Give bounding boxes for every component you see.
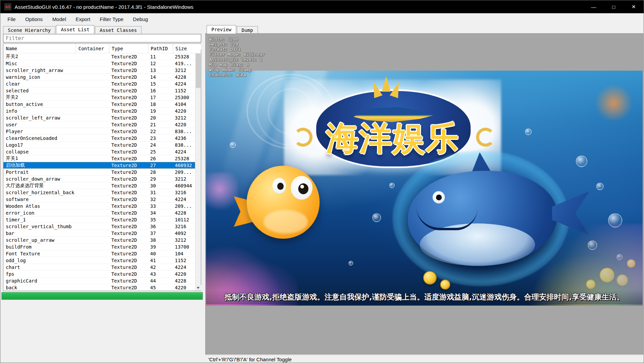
menu-export[interactable]: Export: [71, 13, 95, 25]
table-row[interactable]: scroller_left_arrawTexture2D203212: [3, 114, 195, 121]
table-row[interactable]: chartTexture2D424224: [3, 264, 195, 271]
column-header-pathid[interactable]: PathID: [148, 44, 173, 53]
table-scrollbar[interactable]: [195, 44, 201, 291]
cell-container: [76, 108, 109, 114]
menu-debug[interactable]: Debug: [128, 13, 153, 25]
cell-container: [76, 74, 109, 80]
cell-type: Texture2D: [109, 60, 148, 67]
cell-size: 4092: [172, 230, 195, 236]
cell-pathid: 25: [148, 148, 172, 155]
cell-type: Texture2D: [109, 80, 148, 87]
cell-container: [76, 162, 109, 168]
table-row[interactable]: 开关2Texture2D1725300: [3, 94, 195, 101]
table-row[interactable]: backTexture2D454220: [3, 284, 195, 291]
cell-pathid: 44: [148, 277, 172, 284]
table-row[interactable]: 启动加载Texture2D27460932: [3, 162, 195, 169]
cell-container: [76, 142, 109, 148]
table-row[interactable]: buildFromTexture2D3913700: [3, 243, 195, 250]
table-row[interactable]: timer_1Texture2D3510112: [3, 216, 195, 223]
cell-pathid: 32: [148, 196, 172, 202]
scroll-down-icon[interactable]: [195, 285, 201, 291]
cell-size: 4220: [172, 271, 195, 277]
cell-size: 1152: [172, 257, 195, 264]
table-row[interactable]: clearTexture2D154224: [3, 80, 195, 87]
cell-name: info: [3, 108, 76, 114]
table-row[interactable]: clearOnSceneLoadedTexture2D234236: [3, 135, 195, 142]
tab-dump[interactable]: Dump: [237, 26, 258, 34]
cell-size: 4104: [172, 101, 195, 107]
table-row[interactable]: Logo17Texture2D24838...: [3, 142, 195, 148]
table-row[interactable]: Wooden AtlasTexture2D33209...: [3, 203, 195, 210]
column-header-size[interactable]: Size: [173, 44, 196, 53]
cell-name: graphicCard: [3, 277, 76, 284]
table-row[interactable]: barTexture2D374092: [3, 230, 195, 237]
table-row[interactable]: infoTexture2D194220: [3, 108, 195, 114]
menu-options[interactable]: Options: [20, 13, 48, 25]
menu-model[interactable]: Model: [48, 13, 71, 25]
tab-scene-hierarchy[interactable]: Scene Hierarchy: [3, 26, 55, 34]
cell-container: [76, 243, 109, 250]
cell-container: [76, 121, 109, 128]
table-row[interactable]: scroller_right_arrawTexture2D133212: [3, 67, 195, 74]
table-row[interactable]: fpsTexture2D434220: [3, 271, 195, 277]
filter-input[interactable]: [3, 34, 201, 42]
cell-size: 4220: [172, 121, 195, 128]
maximize-icon[interactable]: □: [604, 0, 624, 13]
table-row[interactable]: scroller_up_arrawTexture2D383212: [3, 237, 195, 243]
cell-size: 13700: [172, 243, 195, 250]
cell-pathid: 23: [148, 135, 172, 141]
cell-name: Portrait: [3, 169, 76, 175]
bubble: [576, 156, 587, 167]
cell-size: 25328: [172, 53, 195, 60]
cell-type: Texture2D: [109, 94, 148, 101]
menu-file[interactable]: File: [3, 13, 20, 25]
menubar: FileOptionsModelExportFilter TypeDebug: [0, 13, 644, 25]
table-row[interactable]: scroller_horizental_backTexture2D313216: [3, 189, 195, 196]
table-row[interactable]: 开关1Texture2D2625328: [3, 155, 195, 162]
table-row[interactable]: PlayerTexture2D22838...: [3, 128, 195, 135]
table-row[interactable]: 大厅选桌选厅背景Texture2D30460944: [3, 182, 195, 189]
cell-pathid: 30: [148, 182, 172, 189]
table-row[interactable]: PortraitTexture2D28209...: [3, 169, 195, 176]
minimize-icon[interactable]: —: [584, 0, 604, 13]
tab-asset-classes[interactable]: Asset Classes: [95, 26, 142, 34]
cell-pathid: 37: [148, 230, 172, 236]
table-row[interactable]: graphicCardTexture2D444228: [3, 277, 195, 284]
table-row[interactable]: 开关2Texture2D1125328: [3, 53, 195, 60]
tab-preview[interactable]: Preview: [207, 25, 236, 34]
table-row[interactable]: button_activeTexture2D184104: [3, 101, 195, 108]
cell-size: 209...: [172, 169, 195, 175]
table-row[interactable]: userTexture2D214220: [3, 121, 195, 128]
table-row[interactable]: odd_logTexture2D411152: [3, 257, 195, 264]
table-row[interactable]: collapseTexture2D254224: [3, 148, 195, 155]
table-row[interactable]: scroller_down_arrawTexture2D293212: [3, 176, 195, 182]
cell-type: Texture2D: [109, 74, 148, 80]
column-header-name[interactable]: Name: [3, 44, 76, 53]
table-header: NameContainerTypePathIDSize: [3, 44, 201, 53]
column-header-type[interactable]: Type: [109, 44, 148, 53]
cell-name: scroller_up_arraw: [3, 237, 76, 243]
tab-asset-list[interactable]: Asset List: [56, 25, 94, 34]
column-header-container[interactable]: Container: [76, 44, 109, 53]
cell-pathid: 42: [148, 264, 172, 270]
bubble: [348, 261, 353, 266]
table-row[interactable]: error_iconTexture2D344228: [3, 210, 195, 216]
table-row[interactable]: warning_iconTexture2D144228: [3, 74, 195, 80]
close-icon[interactable]: ✕: [624, 0, 644, 13]
cell-size: 3216: [172, 189, 195, 196]
scrollbar-thumb[interactable]: [196, 50, 201, 88]
table-row[interactable]: scroller_vertical_thumbTexture2D363216: [3, 223, 195, 230]
cell-name: 开关2: [3, 94, 76, 101]
preview-panel: Width: 1280Height: 720Format: DXT1Filter…: [205, 33, 643, 355]
table-row[interactable]: softwareTexture2D324224: [3, 196, 195, 203]
cell-name: fps: [3, 271, 76, 277]
menu-filter-type[interactable]: Filter Type: [95, 13, 128, 25]
cell-name: warning_icon: [3, 74, 76, 80]
preview-image: 海洋娱乐: [206, 71, 643, 306]
cell-name: buildFrom: [3, 243, 76, 250]
table-row[interactable]: MiscTexture2D12419...: [3, 60, 195, 67]
table-row[interactable]: selectedTexture2D161152: [3, 87, 195, 94]
table-row[interactable]: Font TextureTexture2D40104: [3, 250, 195, 257]
cell-pathid: 11: [148, 53, 172, 60]
health-notice-caption: 抵制不良游戏,拒绝盗版游戏。注意自我保护,谨防受骗上当。适度游戏益脑,沉迷游戏伤…: [206, 290, 643, 304]
